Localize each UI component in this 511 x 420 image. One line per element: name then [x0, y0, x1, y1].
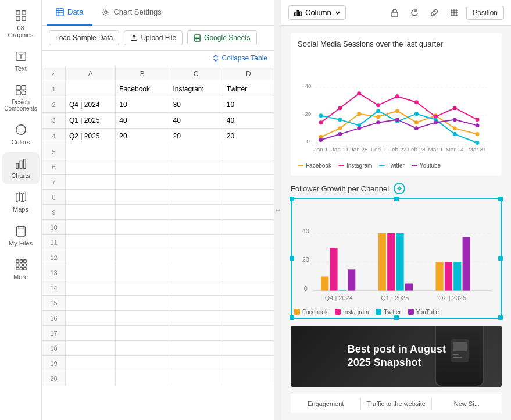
- chart-type-select[interactable]: Column: [288, 5, 346, 20]
- cell-19-a[interactable]: [66, 356, 116, 371]
- upload-file-button[interactable]: Upload File: [124, 30, 183, 45]
- cell-17-c[interactable]: [169, 326, 223, 341]
- sidebar-item-design-components[interactable]: Design Components: [2, 79, 40, 116]
- cell-8-a[interactable]: [66, 190, 116, 205]
- cell-1-c[interactable]: Instagram: [169, 81, 223, 97]
- cell-13-d[interactable]: [223, 265, 274, 280]
- cell-9-a[interactable]: [66, 205, 116, 220]
- load-sample-data-button[interactable]: Load Sample Data: [49, 30, 119, 45]
- resize-tl[interactable]: [290, 197, 294, 201]
- cell-2-b[interactable]: 10: [116, 97, 169, 113]
- cell-2-c[interactable]: 30: [169, 97, 223, 113]
- bar-chart-wrapper[interactable]: 0 20 40: [291, 198, 502, 319]
- cell-3-c[interactable]: 40: [169, 113, 223, 129]
- cell-11-b[interactable]: [116, 235, 169, 250]
- cell-15-a[interactable]: [66, 296, 116, 311]
- google-sheets-button[interactable]: Google Sheets: [187, 30, 256, 45]
- cell-1-a[interactable]: [66, 81, 116, 97]
- sidebar-item-maps[interactable]: Maps: [2, 186, 40, 218]
- cell-8-c[interactable]: [169, 190, 223, 205]
- cell-17-b[interactable]: [116, 326, 169, 341]
- cell-11-c[interactable]: [169, 235, 223, 250]
- collapse-table-button[interactable]: Collapse Table: [42, 51, 274, 66]
- cell-3-b[interactable]: 40: [116, 113, 169, 129]
- cell-3-a[interactable]: Q1 | 2025: [66, 113, 116, 129]
- cell-12-d[interactable]: [223, 250, 274, 265]
- grid-dots-icon[interactable]: [446, 5, 462, 20]
- cell-6-c[interactable]: [169, 159, 223, 175]
- cell-15-d[interactable]: [223, 296, 274, 311]
- cell-20-b[interactable]: [116, 371, 169, 386]
- cell-10-a[interactable]: [66, 220, 116, 235]
- bottom-nav-traffic[interactable]: Traffic to the website: [361, 398, 431, 410]
- resize-bl[interactable]: [290, 315, 294, 320]
- cell-10-c[interactable]: [169, 220, 223, 235]
- cell-8-b[interactable]: [116, 190, 169, 205]
- cell-6-b[interactable]: [116, 159, 169, 175]
- cell-9-c[interactable]: [169, 205, 223, 220]
- cell-13-a[interactable]: [66, 265, 116, 280]
- cell-12-c[interactable]: [169, 250, 223, 265]
- sidebar-item-charts[interactable]: Charts: [2, 152, 40, 184]
- cell-14-d[interactable]: [223, 280, 274, 296]
- cell-5-a[interactable]: [66, 144, 116, 159]
- cell-20-a[interactable]: [66, 371, 116, 386]
- cell-18-d[interactable]: [223, 341, 274, 356]
- cell-7-d[interactable]: [223, 175, 274, 190]
- cell-6-a[interactable]: [66, 159, 116, 175]
- bottom-nav-new-site[interactable]: New Si...: [432, 398, 502, 410]
- cell-19-d[interactable]: [223, 356, 274, 371]
- cell-9-b[interactable]: [116, 205, 169, 220]
- sidebar-item-more[interactable]: More: [2, 254, 40, 285]
- cell-9-d[interactable]: [223, 205, 274, 220]
- cell-5-b[interactable]: [116, 144, 169, 159]
- cell-19-b[interactable]: [116, 356, 169, 371]
- cell-1-d[interactable]: Twitter: [223, 81, 274, 97]
- cell-13-b[interactable]: [116, 265, 169, 280]
- cell-7-b[interactable]: [116, 175, 169, 190]
- cell-4-b[interactable]: 20: [116, 129, 169, 144]
- lock-icon[interactable]: [387, 5, 402, 20]
- cell-12-b[interactable]: [116, 250, 169, 265]
- resize-bm[interactable]: [394, 315, 399, 320]
- cell-15-c[interactable]: [169, 296, 223, 311]
- cell-2-d[interactable]: 10: [223, 97, 274, 113]
- cell-10-d[interactable]: [223, 220, 274, 235]
- cell-16-b[interactable]: [116, 311, 169, 326]
- bottom-nav-engagement[interactable]: Engagement: [291, 398, 361, 410]
- position-button[interactable]: Position: [466, 6, 504, 20]
- cell-13-c[interactable]: [169, 265, 223, 280]
- cell-14-c[interactable]: [169, 280, 223, 296]
- cell-11-a[interactable]: [66, 235, 116, 250]
- cell-7-c[interactable]: [169, 175, 223, 190]
- cell-18-a[interactable]: [66, 341, 116, 356]
- sidebar-item-colors[interactable]: Colors: [2, 119, 40, 150]
- cell-11-d[interactable]: [223, 235, 274, 250]
- cell-17-d[interactable]: [223, 326, 274, 341]
- cell-14-b[interactable]: [116, 280, 169, 296]
- cell-8-d[interactable]: [223, 190, 274, 205]
- cell-2-a[interactable]: Q4 | 2024: [66, 97, 116, 113]
- resize-handle[interactable]: ↔: [274, 0, 281, 420]
- cell-6-d[interactable]: [223, 159, 274, 175]
- cell-12-a[interactable]: [66, 250, 116, 265]
- cell-4-a[interactable]: Q2 | 2025: [66, 129, 116, 144]
- cell-4-c[interactable]: 20: [169, 129, 223, 144]
- resize-tr[interactable]: [498, 197, 503, 201]
- cell-17-a[interactable]: [66, 326, 116, 341]
- cell-18-b[interactable]: [116, 341, 169, 356]
- cell-7-a[interactable]: [66, 175, 116, 190]
- cell-16-c[interactable]: [169, 311, 223, 326]
- cell-15-b[interactable]: [116, 296, 169, 311]
- cell-3-d[interactable]: 40: [223, 113, 274, 129]
- cell-16-a[interactable]: [66, 311, 116, 326]
- cell-19-c[interactable]: [169, 356, 223, 371]
- sidebar-item-graphics[interactable]: 08 Graphics: [2, 5, 40, 43]
- refresh-icon[interactable]: [407, 5, 422, 20]
- cell-20-d[interactable]: [223, 371, 274, 386]
- cell-5-c[interactable]: [169, 144, 223, 159]
- cell-10-b[interactable]: [116, 220, 169, 235]
- cell-14-a[interactable]: [66, 280, 116, 296]
- resize-ml[interactable]: [290, 256, 294, 261]
- cell-5-d[interactable]: [223, 144, 274, 159]
